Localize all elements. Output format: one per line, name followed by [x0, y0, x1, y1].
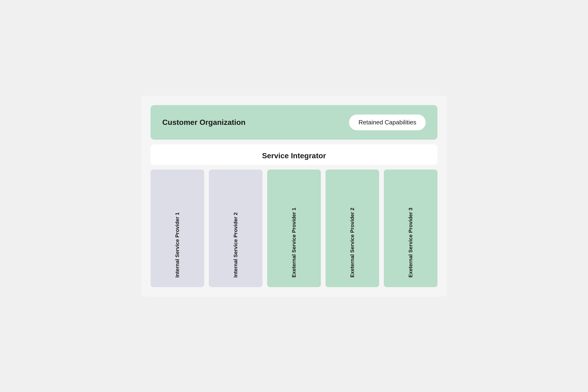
provider-label-external-2: Exeternal Service Provider 2 [349, 208, 356, 278]
customer-org-title: Customer Organization [162, 118, 246, 127]
provider-card-internal-2: Internal Service Provider 2 [209, 170, 262, 287]
provider-label-external-3: Exeternal Service Provider 3 [408, 208, 414, 278]
provider-label-internal-1: Internal Service Provider 1 [174, 212, 180, 278]
service-integrator-title: Service Integrator [262, 152, 326, 160]
service-integrator-section: Service Integrator [150, 144, 438, 165]
provider-label-external-1: Exeternal Service Provider 1 [291, 208, 297, 278]
provider-label-internal-2: Internal Service Provider 2 [232, 212, 239, 278]
providers-section: Internal Service Provider 1Internal Serv… [150, 170, 438, 287]
diagram-container: Customer Organization Retained Capabilit… [141, 96, 447, 296]
provider-card-internal-1: Internal Service Provider 1 [150, 170, 204, 287]
customer-org-section: Customer Organization Retained Capabilit… [150, 105, 438, 140]
provider-card-external-2: Exeternal Service Provider 2 [326, 170, 379, 287]
provider-card-external-3: Exeternal Service Provider 3 [384, 170, 438, 287]
retained-capabilities-badge: Retained Capabilities [349, 114, 426, 130]
provider-card-external-1: Exeternal Service Provider 1 [267, 170, 321, 287]
